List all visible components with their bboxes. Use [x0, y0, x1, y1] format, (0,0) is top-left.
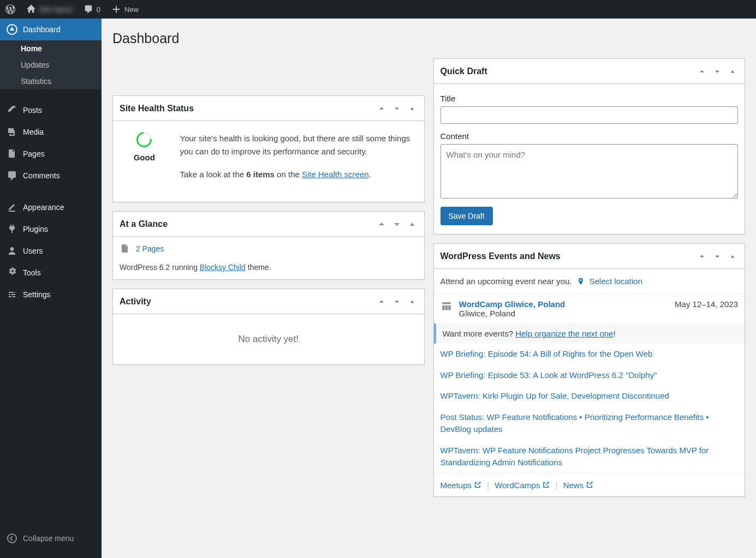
theme-link[interactable]: Blocksy Child: [200, 263, 246, 272]
appearance-icon: [7, 202, 17, 213]
news-footer-link[interactable]: News: [563, 481, 594, 490]
news-link[interactable]: WP Briefing: Episode 53: A Look at WordP…: [434, 365, 745, 386]
sidebar-item-label: Pages: [23, 149, 45, 158]
chevron-up-icon: [698, 67, 706, 76]
help-organize-link[interactable]: Help organize the next one: [515, 329, 613, 338]
move-down-button[interactable]: [391, 296, 402, 307]
draft-title-label: Title: [440, 94, 739, 103]
sidebar-subitem-statistics[interactable]: Statistics: [0, 73, 102, 89]
move-up-button[interactable]: [376, 219, 387, 230]
move-down-button[interactable]: [712, 66, 723, 77]
new-content-menu[interactable]: New: [106, 4, 144, 14]
events-news-box: WordPress Events and News Attend an upco…: [433, 243, 746, 497]
select-location-link[interactable]: Select location: [590, 277, 643, 286]
chevron-up-icon: [377, 297, 386, 306]
svg-point-1: [8, 534, 16, 543]
dashboard-icon: [7, 24, 17, 35]
sidebar-item-comments[interactable]: Comments: [0, 165, 102, 187]
news-list: WP Briefing: Episode 54: A Bill of Right…: [434, 344, 745, 473]
tools-icon: [7, 267, 17, 278]
sidebar-item-settings[interactable]: Settings: [0, 284, 102, 305]
toggle-box-button[interactable]: [407, 219, 418, 230]
news-link[interactable]: WPTavern: Kirki Plugin Up for Sale, Deve…: [434, 386, 745, 407]
comments-icon: [7, 170, 17, 181]
home-icon: [26, 4, 36, 14]
sidebar-subitem-updates[interactable]: Updates: [0, 57, 102, 73]
move-up-button[interactable]: [376, 296, 387, 307]
sidebar-item-label: Dashboard: [23, 25, 61, 34]
sidebar-item-label: Appearance: [23, 203, 64, 212]
move-up-button[interactable]: [697, 66, 707, 77]
chevron-up-icon: [377, 104, 386, 113]
site-name-menu[interactable]: Site Name: [21, 4, 78, 14]
wordcamps-link[interactable]: WordCamps: [495, 481, 550, 490]
wp-logo-menu[interactable]: [0, 4, 21, 14]
sidebar-item-pages[interactable]: Pages: [0, 143, 102, 165]
plugins-icon: [7, 224, 17, 235]
triangle-up-icon: [407, 219, 418, 230]
site-name-label: Site Name: [39, 5, 73, 14]
news-link[interactable]: Post Status: WP Feature Notifications • …: [434, 407, 745, 440]
pages-count-link[interactable]: 2 Pages: [136, 244, 164, 253]
posts-icon: [7, 105, 17, 116]
sidebar-item-media[interactable]: Media: [0, 121, 102, 143]
location-icon: [576, 277, 585, 286]
sidebar-item-label: Users: [23, 247, 43, 255]
toggle-box-button[interactable]: [727, 251, 738, 262]
toggle-box-button[interactable]: [727, 66, 738, 77]
sidebar-item-label: Posts: [23, 106, 42, 115]
comment-icon: [84, 4, 93, 14]
sidebar-item-label: Media: [23, 128, 44, 136]
sidebar-item-users[interactable]: Users: [0, 240, 102, 262]
move-up-button[interactable]: [697, 251, 707, 262]
sidebar-item-plugins[interactable]: Plugins: [0, 218, 102, 240]
site-health-screen-link[interactable]: Site Health screen: [302, 170, 369, 179]
triangle-up-icon: [408, 297, 416, 306]
move-down-button[interactable]: [712, 251, 723, 262]
sidebar-item-tools[interactable]: Tools: [0, 262, 102, 284]
wordpress-icon: [5, 4, 15, 14]
toggle-box-button[interactable]: [407, 103, 418, 114]
quick-draft-box: Quick Draft Title Content Save Draft: [433, 58, 746, 235]
chevron-up-icon: [698, 252, 706, 261]
activity-title: Activity: [120, 297, 151, 307]
new-label: New: [124, 5, 139, 14]
comments-count: 0: [97, 5, 100, 14]
pages-icon: [120, 243, 130, 254]
comments-menu[interactable]: 0: [78, 4, 106, 14]
chevron-down-icon: [713, 67, 722, 76]
toggle-box-button[interactable]: [407, 296, 418, 307]
chevron-down-icon: [392, 104, 401, 113]
external-icon: [542, 481, 550, 489]
site-health-items-line: Take a look at the 6 items on the Site H…: [180, 168, 418, 181]
save-draft-button[interactable]: Save Draft: [440, 207, 493, 225]
triangle-up-icon: [728, 67, 737, 76]
draft-content-textarea[interactable]: [440, 144, 739, 199]
sidebar-item-label: Plugins: [23, 225, 48, 233]
sidebar-item-posts[interactable]: Posts: [0, 99, 102, 121]
external-icon: [586, 481, 593, 489]
chevron-up-icon: [376, 219, 387, 230]
page-title: Dashboard: [112, 31, 745, 46]
move-up-button[interactable]: [376, 103, 387, 114]
site-health-indicator-icon: [134, 129, 155, 150]
media-icon: [7, 127, 17, 137]
collapse-menu-button[interactable]: Collapse menu: [0, 527, 102, 549]
move-down-button[interactable]: [391, 103, 402, 114]
attend-text: Attend an upcoming event near you.: [440, 277, 572, 286]
at-a-glance-box: At a Glance 2 Pages WordPress 6.2 runnin…: [112, 211, 425, 280]
sidebar-subitem-home[interactable]: Home: [0, 40, 102, 57]
meetups-link[interactable]: Meetups: [440, 481, 482, 490]
draft-title-input[interactable]: [440, 106, 739, 124]
sidebar-item-appearance[interactable]: Appearance: [0, 196, 102, 218]
move-down-button[interactable]: [391, 219, 402, 230]
sidebar-item-dashboard[interactable]: Dashboard: [0, 19, 102, 40]
event-title-link[interactable]: WordCamp Gliwice, Poland: [459, 299, 669, 309]
site-health-description: Your site's health is looking good, but …: [180, 132, 418, 158]
external-icon: [474, 481, 481, 489]
users-icon: [7, 245, 17, 256]
draft-content-label: Content: [440, 131, 739, 141]
news-link[interactable]: WPTavern: WP Feature Notifications Proje…: [434, 440, 745, 473]
news-link[interactable]: WP Briefing: Episode 54: A Bill of Right…: [434, 344, 745, 365]
chevron-down-icon: [391, 219, 402, 230]
